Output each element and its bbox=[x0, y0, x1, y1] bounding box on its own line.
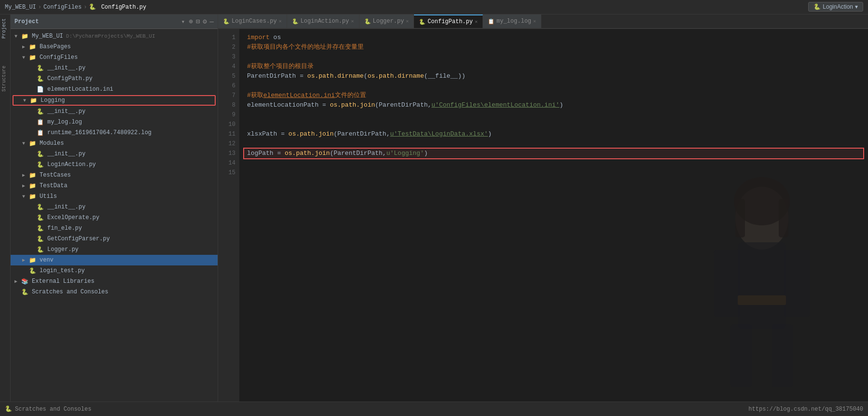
tree-item-getconfigparser[interactable]: 🐍 GetConfigParser.py bbox=[11, 234, 218, 244]
arrow-logging: ▼ bbox=[23, 98, 30, 103]
label-scratches: Scratches and Consoles bbox=[32, 289, 108, 295]
label-utils: Utils bbox=[40, 193, 57, 200]
main-layout: Project Structure Project ▾ ⊕ ⊟ ⚙ — ▼ 📁 … bbox=[0, 14, 868, 402]
tab-logger[interactable]: 🐍 Logger.py ✕ bbox=[359, 14, 414, 28]
icon-py-init-modules: 🐍 bbox=[37, 151, 45, 158]
code-editor[interactable]: 1 2 3 4 5 6 7 8 9 10 11 12 13 14 15 impo… bbox=[218, 29, 868, 402]
token-dirname2: os.path.dirname bbox=[368, 71, 424, 81]
code-line-11: xlsxPath = os.path.join (ParentDirPath, … bbox=[247, 129, 860, 139]
tree-item-configfiles[interactable]: ▼ 📁 ConfigFiles bbox=[11, 52, 218, 63]
tab-loginaction[interactable]: 🐍 LoginAction.py ✕ bbox=[287, 14, 359, 28]
tab-icon-logincases: 🐍 bbox=[223, 18, 230, 25]
sidebar-tab-project[interactable]: Project bbox=[0, 14, 10, 42]
tree-item-init-logging[interactable]: 🐍 __init__.py bbox=[11, 106, 218, 117]
token-paren8b: ) bbox=[560, 100, 564, 110]
tree-item-mylog[interactable]: 📋 my_log.log bbox=[11, 117, 218, 127]
tab-logincases[interactable]: 🐍 LoginCases.py ✕ bbox=[218, 14, 287, 28]
icon-folder-testdata: 📁 bbox=[29, 182, 38, 190]
token-dirname1: os.path.dirname bbox=[307, 71, 364, 81]
tab-close-logincases[interactable]: ✕ bbox=[279, 18, 282, 24]
token-str8: u'ConfigFiles\elementLocation.ini' bbox=[431, 100, 559, 110]
arrow-basepages: ▶ bbox=[22, 44, 29, 50]
icon-py-init-utils: 🐍 bbox=[37, 204, 45, 211]
code-line-6 bbox=[247, 81, 860, 91]
run-button[interactable]: 🐍 LoginAction ▾ bbox=[808, 2, 863, 12]
tab-configpath[interactable]: 🐍 ConfigPath.py ✕ bbox=[414, 14, 483, 28]
tree-item-scratches[interactable]: 🐍 Scratches and Consoles bbox=[11, 287, 218, 297]
token-eq13: = bbox=[274, 149, 285, 158]
tree-item-init-config[interactable]: 🐍 __init__.py bbox=[11, 63, 218, 73]
token-paren5b: (__file__)) bbox=[424, 71, 466, 81]
tree-item-finele[interactable]: 🐍 fin_ele.py bbox=[11, 223, 218, 234]
label-init-logging: __init__.py bbox=[47, 108, 85, 115]
icon-py-init-logging: 🐍 bbox=[37, 108, 45, 115]
code-line-1: import os bbox=[247, 33, 860, 42]
icon-py-logger: 🐍 bbox=[37, 246, 45, 253]
scratches-icon: 🐍 bbox=[5, 405, 12, 413]
icon-py-getconfigparser: 🐍 bbox=[37, 236, 45, 243]
sidebar-tab-structure[interactable]: Structure bbox=[0, 62, 10, 96]
label-logger: Logger.py bbox=[47, 246, 79, 253]
icon-py-configpath: 🐍 bbox=[37, 75, 45, 83]
tab-label-logger: Logger.py bbox=[373, 18, 404, 25]
tab-close-mylog[interactable]: ✕ bbox=[533, 18, 536, 24]
tree-item-init-modules[interactable]: 🐍 __init__.py bbox=[11, 149, 218, 159]
icon-folder-modules: 📁 bbox=[29, 140, 38, 147]
token-eq5: = bbox=[296, 71, 307, 81]
label-getconfigparser: GetConfigParser.py bbox=[47, 236, 110, 242]
arrow-testcases: ▶ bbox=[22, 172, 29, 178]
tree-item-loginaction[interactable]: 🐍 LoginAction.py bbox=[11, 159, 218, 170]
action-add-icon[interactable]: ⊕ bbox=[189, 17, 193, 26]
tree-item-venv[interactable]: ▶ 📁 venv bbox=[11, 255, 218, 265]
arrow-root: ▼ bbox=[14, 34, 21, 39]
tree-item-elementlocation[interactable]: 📄 elementLocation.ini bbox=[11, 84, 218, 95]
breadcrumb-folder[interactable]: ConfigFiles bbox=[43, 4, 82, 11]
label-elementlocation: elementLocation.ini bbox=[47, 86, 113, 93]
token-logpath: logPath bbox=[247, 149, 274, 158]
tree-item-extlibs[interactable]: ▶ 📚 External Libraries bbox=[11, 276, 218, 287]
tab-close-loginaction[interactable]: ✕ bbox=[351, 18, 354, 24]
tab-label-configpath: ConfigPath.py bbox=[427, 18, 473, 25]
tree-item-modules[interactable]: ▼ 📁 Modules bbox=[11, 138, 218, 149]
action-collapse-icon[interactable]: ⊟ bbox=[196, 17, 200, 26]
token-join11: os.path.join bbox=[289, 129, 334, 139]
tab-label-logincases: LoginCases.py bbox=[232, 18, 277, 25]
tab-label-loginaction: LoginAction.py bbox=[301, 18, 349, 25]
breadcrumb-project[interactable]: My_WEB_UI bbox=[5, 4, 36, 11]
project-dropdown-icon: ▾ bbox=[181, 18, 185, 26]
code-line-2: #获取项目内各个文件的地址并存在变量里 bbox=[247, 42, 860, 52]
tree-item-logintest[interactable]: 🐍 login_test.py bbox=[11, 265, 218, 276]
tree-item-exceloperate[interactable]: 🐍 ExcelOperate.py bbox=[11, 212, 218, 223]
tree-item-basepages[interactable]: ▶ 📁 BasePages bbox=[11, 42, 218, 52]
icon-ini-elementlocation: 📄 bbox=[37, 86, 45, 93]
code-line-4: #获取整个项目的根目录 bbox=[247, 62, 860, 71]
token-paren13a: (ParentDirPath, bbox=[330, 149, 386, 158]
line-numbers: 1 2 3 4 5 6 7 8 9 10 11 12 13 14 15 bbox=[218, 29, 239, 402]
token-eq8: = bbox=[318, 100, 330, 110]
tree-item-configpath[interactable]: 🐍 ConfigPath.py bbox=[11, 73, 218, 84]
tab-close-logger[interactable]: ✕ bbox=[406, 18, 409, 24]
tab-mylog[interactable]: 📋 my_log.log ✕ bbox=[483, 14, 541, 28]
tree-item-testcases[interactable]: ▶ 📁 TestCases bbox=[11, 170, 218, 180]
token-join8: os.path.join bbox=[330, 100, 375, 110]
tree-item-init-utils[interactable]: 🐍 __init__.py bbox=[11, 202, 218, 212]
action-minimize-icon[interactable]: — bbox=[210, 18, 214, 26]
label-configfiles: ConfigFiles bbox=[40, 54, 78, 61]
arrow-testdata: ▶ bbox=[22, 183, 29, 189]
code-line-9 bbox=[247, 110, 860, 120]
tree-item-logger[interactable]: 🐍 Logger.py bbox=[11, 244, 218, 255]
code-content[interactable]: import os #获取项目内各个文件的地址并存在变量里 #获取整个项目的根目… bbox=[239, 29, 868, 402]
tree-item-testdata[interactable]: ▶ 📁 TestData bbox=[11, 180, 218, 191]
token-str13: u'Logging' bbox=[386, 149, 424, 158]
action-settings-icon[interactable]: ⚙ bbox=[203, 17, 207, 26]
breadcrumb-file: 🐍 ConfigPath.py bbox=[89, 3, 146, 11]
tree-item-runtime[interactable]: 📋 runtime_1619617064.7480922.log bbox=[11, 127, 218, 138]
tree-item-utils[interactable]: ▼ 📁 Utils bbox=[11, 191, 218, 202]
tab-close-configpath[interactable]: ✕ bbox=[475, 19, 478, 25]
project-title: Project bbox=[14, 18, 177, 25]
label-testdata: TestData bbox=[40, 182, 68, 189]
icon-venv: 📁 bbox=[29, 257, 38, 264]
breadcrumb-sep-2: › bbox=[83, 4, 87, 11]
tree-item-logging[interactable]: ▼ 📁 Logging bbox=[13, 95, 216, 106]
tree-item-root[interactable]: ▼ 📁 My_WEB_UI D:\PycharmProjects\My_WEB_… bbox=[11, 31, 218, 42]
